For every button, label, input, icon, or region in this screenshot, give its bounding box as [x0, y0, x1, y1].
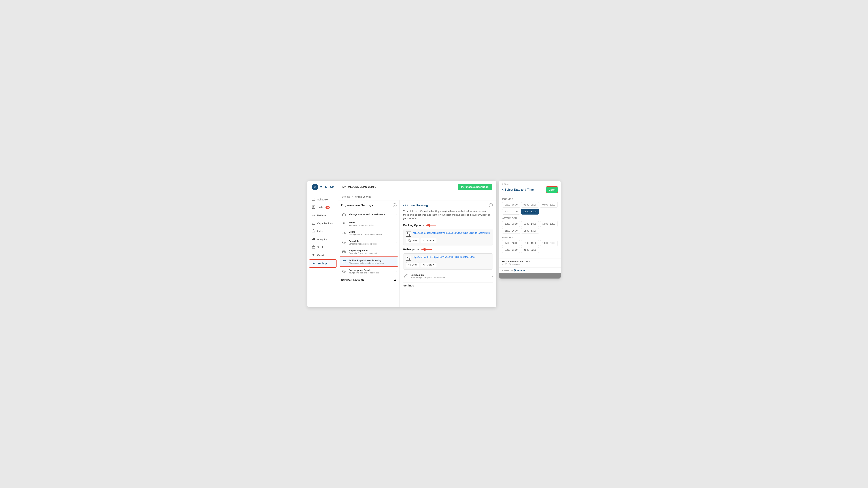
service-provision-header[interactable]: Service Provision ▲ — [338, 276, 399, 283]
svg-line-38 — [424, 240, 425, 240]
org-settings-title: Organisation Settings — [341, 203, 373, 207]
svg-line-46 — [424, 265, 425, 265]
roles-arrow: › — [396, 222, 397, 225]
subscription-text: Subscription Details Your pricing plan a… — [349, 269, 396, 274]
organisations-icon — [312, 221, 315, 225]
slot-0800[interactable]: 08:00 - 09:00 — [521, 202, 539, 208]
schedule-subtitle: Schedule management for users — [349, 243, 396, 245]
slot-1900[interactable]: 19:00 - 20:00 — [540, 240, 558, 246]
subscription-icon — [341, 268, 347, 274]
schedule-title: Schedule — [349, 240, 396, 242]
settings-item-subscription[interactable]: Subscription Details Your pricing plan a… — [338, 267, 399, 276]
breadcrumb: Settings > Online Booking — [338, 193, 496, 200]
link-builder-item[interactable]: Link builder For making more specific bo… — [403, 271, 493, 281]
roles-text: Roles Manage available user roles — [349, 221, 396, 226]
svg-rect-15 — [312, 239, 313, 240]
patient-portal-link-row: https://app.medesk.net/patient/?e=5a8576… — [406, 256, 490, 261]
settings-item-schedule[interactable]: Schedule Schedule management for users › — [338, 238, 399, 247]
patient-portal-url[interactable]: https://app.medesk.net/patient/?e=5a8576… — [413, 256, 474, 259]
svg-point-22 — [343, 223, 344, 224]
slot-1800[interactable]: 18:00 - 19:00 — [521, 240, 539, 246]
book-button[interactable]: Book — [546, 187, 558, 193]
settings-icon — [312, 262, 316, 265]
online-booking-help-icon[interactable]: ? — [489, 203, 493, 207]
slot-0900[interactable]: 09:00 - 10:00 — [540, 202, 558, 208]
settings-item-roles[interactable]: Roles Manage available user roles › — [338, 219, 399, 228]
patients-icon — [312, 214, 315, 218]
two-panel: Organisation Settings ? Manage rooms and… — [338, 200, 496, 307]
svg-rect-2 — [312, 198, 315, 201]
settings-item-rooms[interactable]: Manage rooms and departments › — [338, 209, 399, 219]
slot-1000[interactable]: 10:00 - 11:00 — [502, 209, 520, 215]
svg-text:m: m — [314, 186, 316, 188]
slot-2000[interactable]: 20:00 - 21:00 — [502, 247, 520, 253]
widget-back-chevron[interactable]: < — [502, 188, 504, 191]
sidebar-item-analytics[interactable]: Analytics — [309, 235, 337, 243]
slot-1300[interactable]: 13:00 - 14:00 — [521, 221, 539, 227]
booking-options-qr-icon — [406, 231, 411, 236]
slot-1100[interactable]: 11:00 - 12:00 — [521, 209, 539, 215]
sidebar-label-schedule: Schedule — [317, 198, 328, 201]
link-builder-icon — [403, 273, 409, 279]
patient-portal-copy-btn[interactable]: Copy — [406, 262, 419, 267]
patient-portal-title: Patient portal — [403, 248, 420, 251]
breadcrumb-parent[interactable]: Settings — [342, 195, 350, 198]
medesk-badge: m MEDESK — [514, 269, 525, 272]
sidebar-item-schedule[interactable]: Schedule — [309, 196, 337, 203]
widget-bottom-bar — [499, 273, 561, 279]
rooms-arrow: › — [396, 213, 397, 216]
org-settings-header: Organisation Settings ? — [338, 203, 399, 209]
morning-label: MORNING — [502, 198, 558, 200]
back-chevron-icon[interactable]: ‹ — [403, 204, 404, 207]
slot-2100[interactable]: 21:00 - 22:00 — [521, 247, 539, 253]
patient-portal-section: Patient portal — [403, 247, 493, 270]
svg-point-42 — [425, 264, 425, 264]
svg-line-39 — [424, 240, 425, 241]
online-booking-subtitle: Management of online booking settings — [349, 262, 395, 264]
purchase-subscription-button[interactable]: Purchase subscription — [458, 184, 492, 190]
booking-panel-header: ‹ Online Booking ? — [403, 203, 493, 207]
online-booking-title: Online Appointment Booking — [349, 259, 395, 262]
medesk-logo-icon: m — [312, 184, 318, 190]
link-builder-title: Link builder — [411, 274, 492, 276]
sidebar-item-stock[interactable]: Stock — [309, 243, 337, 251]
settings-item-users[interactable]: Users Management and registration of use… — [338, 228, 399, 238]
service-provision-title: Service Provision — [341, 278, 364, 282]
analytics-icon — [312, 237, 315, 241]
sidebar-item-settings[interactable]: Settings — [309, 259, 337, 268]
booking-options-url[interactable]: https://app.medesk.net/patient/?e=5a8576… — [413, 231, 490, 235]
sidebar-label-settings: Settings — [317, 262, 328, 265]
roles-icon — [341, 221, 347, 226]
settings-item-tags[interactable]: Tag Management Tag and reference managem… — [338, 247, 399, 257]
service-info: GP Consultation with DR X £100 • 30 minu… — [499, 258, 561, 267]
org-settings-help-icon[interactable]: ? — [393, 203, 397, 207]
morning-time-grid: 07:00 - 08:00 08:00 - 09:00 09:00 - 10:0… — [502, 202, 558, 215]
settings-item-online-booking[interactable]: Online Appointment Booking Management of… — [340, 257, 398, 267]
sidebar-item-patients[interactable]: Patients — [309, 212, 337, 219]
online-booking-arrow: › — [395, 260, 396, 263]
sidebar-label-organisations: Organisations — [317, 222, 333, 225]
sidebar-item-organisations[interactable]: Organisations — [309, 220, 337, 227]
slot-0700[interactable]: 07:00 - 08:00 — [502, 202, 520, 208]
sidebar-item-growth[interactable]: Growth — [309, 252, 337, 259]
sidebar-item-labs[interactable]: Labs — [309, 228, 337, 235]
sidebar-item-tasks[interactable]: Tasks 98 — [309, 204, 337, 211]
widget-breadcrumb: > Time — [502, 183, 558, 186]
slot-1600[interactable]: 16:00 - 17:00 — [521, 228, 539, 234]
slot-1400[interactable]: 14:00 - 15:00 — [540, 221, 558, 227]
rooms-title: Manage rooms and departments — [349, 213, 396, 216]
booking-options-buttons: Copy Share ▾ — [406, 238, 490, 243]
org-settings-panel: Organisation Settings ? Manage rooms and… — [338, 200, 400, 307]
booking-options-title: Booking Options — [403, 224, 424, 227]
users-title: Users — [349, 230, 396, 233]
patient-portal-share-btn[interactable]: Share ▾ — [421, 262, 436, 267]
slot-1200[interactable]: 12:00 - 13:00 — [502, 221, 520, 227]
svg-rect-28 — [343, 260, 346, 263]
booking-options-copy-btn[interactable]: Copy — [406, 238, 419, 243]
breadcrumb-current: Online Booking — [355, 195, 371, 198]
slot-1500[interactable]: 15:00 - 16:00 — [502, 228, 520, 234]
slot-1700[interactable]: 17:00 - 18:00 — [502, 240, 520, 246]
afternoon-label: AFTERNOON — [502, 217, 558, 220]
booking-options-share-btn[interactable]: Share ▾ — [421, 238, 436, 243]
svg-rect-34 — [409, 240, 411, 242]
